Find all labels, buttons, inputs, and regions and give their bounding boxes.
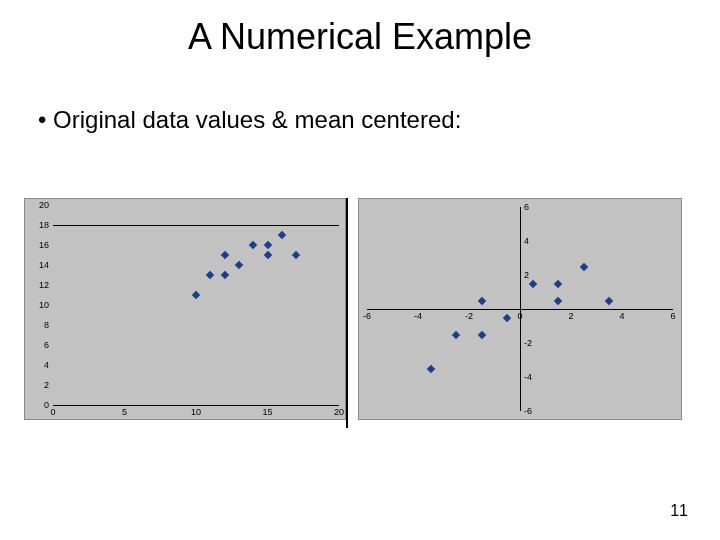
x-tick-label: 0 [50, 407, 55, 417]
x-tick-label: 6 [670, 311, 675, 321]
y-tick-label: 18 [27, 220, 49, 230]
data-point [427, 364, 435, 372]
x-axis-line [53, 405, 339, 406]
chart-original: 0246810121416182005101520 [24, 198, 346, 420]
data-point [554, 296, 562, 304]
x-tick-label: -4 [414, 311, 422, 321]
gridline [53, 225, 339, 226]
data-point [605, 296, 613, 304]
x-tick-label: 0 [517, 311, 522, 321]
y-tick-label: -6 [524, 406, 532, 416]
x-tick-label: 20 [334, 407, 344, 417]
data-point [206, 271, 214, 279]
data-point [452, 330, 460, 338]
x-tick-label: 10 [191, 407, 201, 417]
data-point [478, 330, 486, 338]
y-tick-label: 4 [524, 236, 529, 246]
x-tick-label: 15 [262, 407, 272, 417]
data-point [478, 296, 486, 304]
charts-row: 0246810121416182005101520 -6-4-20246-6-4… [24, 198, 696, 428]
y-tick-label: 16 [27, 240, 49, 250]
slide: A Numerical Example Original data values… [0, 0, 720, 540]
slide-title: A Numerical Example [0, 16, 720, 58]
bullet-line: Original data values & mean centered: [38, 106, 461, 134]
chart-separator [346, 198, 348, 428]
y-tick-label: 2 [524, 270, 529, 280]
y-tick-label: 8 [27, 320, 49, 330]
x-tick-label: -2 [465, 311, 473, 321]
data-point [529, 279, 537, 287]
data-point [503, 313, 511, 321]
page-number: 11 [670, 502, 688, 520]
data-point [278, 231, 286, 239]
y-tick-label: 14 [27, 260, 49, 270]
data-point [220, 271, 228, 279]
x-tick-label: -6 [363, 311, 371, 321]
y-axis-line [520, 207, 521, 411]
y-tick-label: -2 [524, 338, 532, 348]
y-tick-label: 4 [27, 360, 49, 370]
data-point [292, 251, 300, 259]
x-tick-label: 5 [122, 407, 127, 417]
x-tick-label: 2 [568, 311, 573, 321]
y-tick-label: 10 [27, 300, 49, 310]
y-tick-label: 6 [524, 202, 529, 212]
y-tick-label: 12 [27, 280, 49, 290]
y-tick-label: 2 [27, 380, 49, 390]
data-point [192, 291, 200, 299]
data-point [263, 251, 271, 259]
data-point [580, 262, 588, 270]
data-point [235, 261, 243, 269]
data-point [554, 279, 562, 287]
y-tick-label: 0 [27, 400, 49, 410]
y-tick-label: 20 [27, 200, 49, 210]
chart-centered: -6-4-20246-6-4-2246 [358, 198, 682, 420]
data-point [249, 241, 257, 249]
data-point [263, 241, 271, 249]
x-tick-label: 4 [619, 311, 624, 321]
y-tick-label: 6 [27, 340, 49, 350]
y-tick-label: -4 [524, 372, 532, 382]
data-point [220, 251, 228, 259]
